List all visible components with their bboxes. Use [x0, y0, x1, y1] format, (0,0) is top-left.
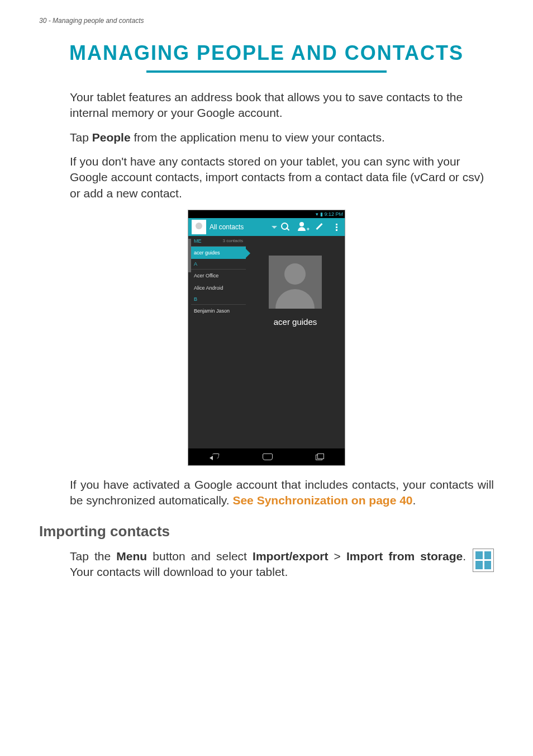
embedded-screenshot: ▾ ▮ 9:12 PM All contacts + ME 3 contacts… — [188, 210, 345, 466]
edit-icon[interactable] — [315, 222, 325, 232]
imp-e: > — [328, 550, 346, 563]
me-label: ME — [194, 238, 202, 244]
imp-c: button and select — [147, 550, 253, 563]
me-header: ME 3 contacts — [191, 236, 246, 247]
menu-grid-icon — [473, 549, 494, 572]
home-icon[interactable] — [263, 453, 273, 460]
list-item[interactable]: Acer Office — [191, 270, 246, 282]
nav-bar — [188, 448, 345, 465]
status-time: 9:12 PM — [324, 211, 343, 217]
imp-d: Import/export — [253, 550, 328, 563]
paragraph-1: Your tablet features an address book tha… — [70, 89, 494, 121]
page-header: 30 - Managing people and contacts — [39, 17, 494, 25]
contact-list[interactable]: ME 3 contacts acer guides A Acer Office … — [191, 236, 246, 448]
status-bar: ▾ ▮ 9:12 PM — [188, 210, 345, 218]
page-title: MANAGING PEOPLE AND CONTACTS — [39, 41, 494, 65]
title-underline — [146, 70, 387, 73]
section-header-b: B — [191, 294, 246, 305]
search-icon[interactable] — [281, 222, 291, 232]
section-header-a: A — [191, 259, 246, 270]
back-icon[interactable] — [210, 453, 220, 460]
imp-a: Tap the — [70, 550, 116, 563]
dropdown-indicator-icon — [272, 226, 277, 229]
contact-count: 3 contacts — [223, 238, 243, 244]
paragraph-2: Tap People from the application menu to … — [70, 130, 494, 145]
app-bar: All contacts + — [188, 218, 345, 236]
battery-icon: ▮ — [320, 211, 323, 217]
content-area: ME 3 contacts acer guides A Acer Office … — [188, 236, 345, 448]
contact-name: acer guides — [274, 317, 317, 327]
p2-post: from the application menu to view your c… — [131, 131, 385, 144]
appbar-title[interactable]: All contacts — [210, 223, 244, 231]
grid-dot — [484, 551, 492, 560]
imp-f: Import from storage — [346, 550, 463, 563]
paragraph-3: If you don't have any contacts stored on… — [70, 154, 494, 201]
p2-bold: People — [92, 131, 131, 144]
wifi-icon: ▾ — [316, 211, 318, 217]
paragraph-4: If you have activated a Google account t… — [70, 477, 494, 509]
importing-heading: Importing contacts — [39, 523, 494, 540]
grid-dot — [475, 551, 483, 560]
grid-dot — [484, 561, 492, 569]
imp-menu: Menu — [116, 550, 147, 563]
people-app-icon — [192, 220, 206, 234]
overflow-menu-icon[interactable] — [331, 222, 341, 232]
add-contact-icon[interactable]: + — [298, 222, 308, 232]
list-item-selected[interactable]: acer guides — [191, 247, 246, 259]
p2-pre: Tap — [70, 131, 92, 144]
synchronization-link[interactable]: See Synchronization on page 40 — [232, 494, 412, 507]
list-item[interactable]: Benjamin Jason — [191, 305, 246, 317]
list-item[interactable]: Alice Android — [191, 282, 246, 294]
p4-period: . — [413, 494, 416, 507]
contact-detail: acer guides — [246, 236, 345, 448]
avatar — [269, 256, 322, 309]
import-paragraph: Tap the Menu button and select Import/ex… — [70, 549, 466, 580]
grid-dot — [475, 561, 483, 569]
recent-apps-icon[interactable] — [316, 453, 323, 460]
